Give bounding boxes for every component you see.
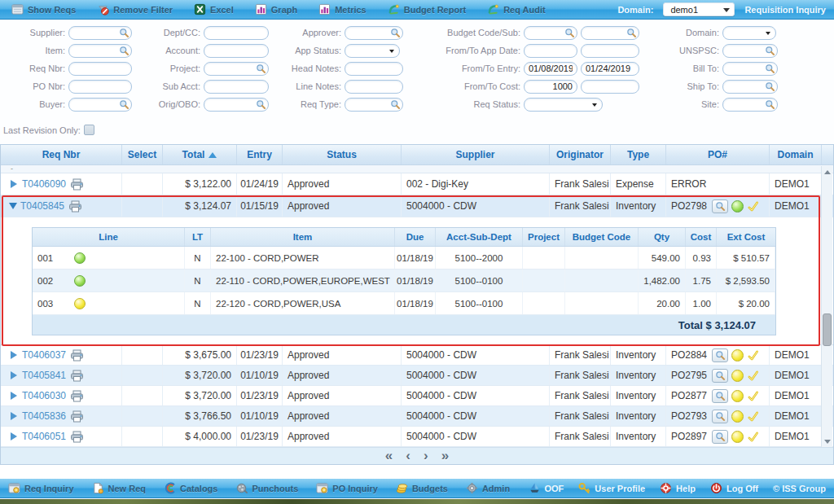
req-inquiry-button[interactable]: Req Inquiry [8,482,74,494]
scroll-up-arrow[interactable] [822,166,833,177]
table-row[interactable]: T0406030 $ 3,720.00 01/23/19 Approved 50… [1,386,833,406]
prev-page-button[interactable]: ‹ [406,449,410,462]
po-zoom-button[interactable] [712,348,728,362]
expand-arrow-icon[interactable] [11,432,17,440]
oof-button[interactable]: OOF [529,482,564,494]
req-number-link[interactable]: T0405836 [22,410,66,422]
expand-arrow-icon[interactable] [11,180,17,188]
search-icon[interactable] [119,46,129,56]
help-button[interactable]: Help [660,482,696,494]
req-number-link[interactable]: T0405845 [20,200,64,212]
search-icon[interactable] [765,99,775,110]
scrollbar-thumb[interactable] [823,313,832,346]
col-header-supplier[interactable]: Supplier [402,145,550,164]
po-zoom-button[interactable] [712,430,728,444]
print-icon[interactable] [70,410,84,423]
dept-cc-input[interactable] [204,26,269,40]
line-row[interactable]: 001 N 22-100 - CORD,POWER 01/18/19 5100-… [33,247,775,270]
iss-group-link[interactable]: © ISS Group [773,484,826,493]
account-input[interactable] [204,44,269,58]
head-notes-input[interactable] [345,62,403,76]
domain-select[interactable]: demo1 [663,2,735,16]
vertical-scrollbar[interactable] [821,166,832,447]
po-zoom-button[interactable] [712,199,728,213]
expand-arrow-icon[interactable] [11,351,17,359]
search-icon[interactable] [390,28,401,38]
user-profile-button[interactable]: User Profile [578,482,645,494]
po-inquiry-button[interactable]: PO Inquiry [316,482,378,494]
search-icon[interactable] [765,46,775,56]
first-page-button[interactable]: « [385,449,393,462]
table-row-expanded[interactable]: T0405845 $ 3,124.07 01/15/19 Approved 50… [1,195,833,217]
search-icon[interactable] [256,64,266,74]
catalogs-button[interactable]: Catalogs [164,482,217,494]
table-row[interactable]: T0405841 $ 3,720.00 01/10/19 Approved 50… [1,366,833,386]
graph-button[interactable]: Graph [255,3,297,15]
table-row[interactable]: T0406051 $ 4,000.00 01/23/19 Approved 50… [1,427,833,447]
cost-from-input[interactable] [524,80,577,94]
last-revision-checkbox[interactable] [84,125,94,135]
cost-to-input[interactable] [581,80,639,94]
expand-arrow-icon[interactable] [11,392,17,400]
search-icon[interactable] [119,28,129,38]
scroll-down-arrow[interactable] [822,436,833,447]
print-icon[interactable] [70,349,84,362]
line-row[interactable]: 003 N 22-120 - CORD,POWER,USA 01/18/19 5… [33,292,775,315]
req-status-select[interactable] [524,98,603,112]
table-row[interactable]: T0405836 $ 3,766.50 01/10/19 Approved 50… [1,406,833,427]
print-icon[interactable] [70,178,84,191]
req-nbr-input[interactable] [68,62,132,76]
app-date-from-input[interactable] [524,44,577,58]
show-reqs-button[interactable]: Show Reqs [11,3,76,15]
search-icon[interactable] [765,81,775,92]
print-icon[interactable] [70,370,84,382]
search-icon[interactable] [119,99,129,110]
entry-to-input[interactable] [581,62,639,76]
search-icon[interactable] [256,99,266,110]
search-icon[interactable] [390,99,401,110]
line-notes-input[interactable] [345,80,403,94]
print-icon[interactable] [68,200,82,213]
col-header-select[interactable]: Select [122,145,163,164]
excel-button[interactable]: Excel [194,3,234,15]
po-zoom-button[interactable] [712,410,728,423]
col-header-type[interactable]: Type [611,145,666,164]
line-row[interactable]: 002 N 22-110 - CORD,POWER,EUROPE,WEST 01… [33,270,775,292]
req-number-link[interactable]: T0406090 [22,178,66,190]
admin-button[interactable]: Admin [466,482,510,494]
next-page-button[interactable]: › [424,449,428,462]
col-header-entry[interactable]: Entry [237,145,283,164]
req-number-link[interactable]: T0405841 [22,370,66,381]
po-zoom-button[interactable] [712,389,728,403]
metrics-button[interactable]: Metrics [318,3,367,15]
sub-acct-input[interactable] [204,80,269,94]
punchouts-button[interactable]: Punchouts [235,482,298,494]
budgets-button[interactable]: Budgets [396,482,448,494]
req-audit-button[interactable]: Req Audit [487,3,546,15]
domain-filter-select[interactable] [722,26,776,40]
entry-from-input[interactable] [524,62,577,76]
table-row[interactable]: T0406090 $ 3,122.00 01/24/19 Approved 00… [1,173,833,195]
col-header-status[interactable]: Status [283,145,402,164]
remove-filter-button[interactable]: Remove Filter [97,3,173,15]
search-icon[interactable] [564,28,575,38]
po-nbr-input[interactable] [68,80,132,94]
col-header-req-nbr[interactable]: Req Nbr [1,145,122,164]
col-header-originator[interactable]: Originator [550,145,611,164]
search-icon[interactable] [765,64,775,74]
req-number-link[interactable]: T0406030 [22,390,66,401]
expand-arrow-icon[interactable] [11,371,17,379]
print-icon[interactable] [70,431,84,443]
last-page-button[interactable]: » [441,449,449,462]
search-icon[interactable] [626,28,637,38]
print-icon[interactable] [70,390,84,402]
req-number-link[interactable]: T0406051 [22,431,66,442]
app-date-to-input[interactable] [581,44,639,58]
col-header-total[interactable]: Total [163,145,237,164]
col-header-po[interactable]: PO# [666,145,770,164]
log-off-button[interactable]: Log Off [710,482,758,494]
col-header-domain[interactable]: Domain [770,145,822,164]
new-req-button[interactable]: New Req [92,482,146,494]
expand-arrow-icon[interactable] [11,412,17,420]
budget-report-button[interactable]: Budget Report [388,3,466,15]
